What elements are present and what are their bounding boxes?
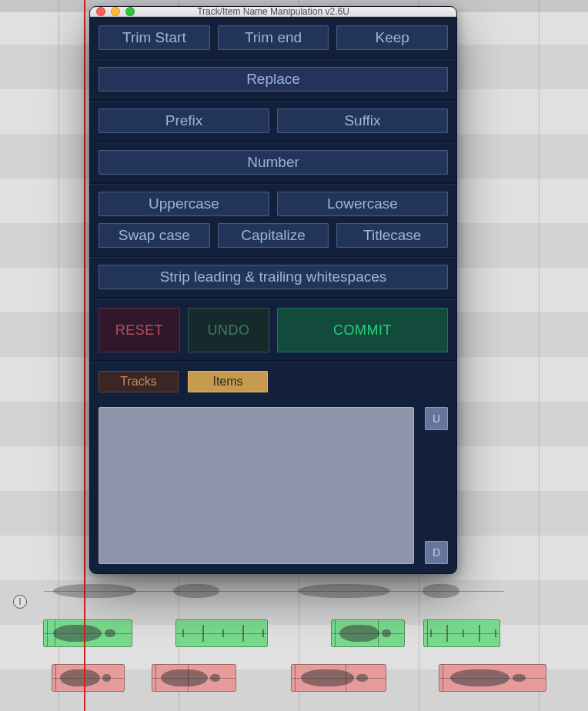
divider	[90, 182, 456, 184]
waveform-icon	[292, 665, 386, 691]
waveform-icon	[44, 578, 504, 604]
name-manipulation-window: Track/Item Name Manipulation v2.6U Trim …	[89, 6, 457, 574]
text-cursor-icon: I	[13, 595, 27, 609]
media-item[interactable]: 18-Kick-170822_1505-0	[175, 619, 268, 647]
move-up-button[interactable]: U	[425, 407, 448, 430]
replace-button[interactable]: Replace	[99, 67, 448, 92]
number-button[interactable]: Number	[99, 150, 448, 175]
uppercase-button[interactable]: Uppercase	[99, 192, 269, 216]
undo-button[interactable]: UNDO	[188, 308, 269, 352]
media-item[interactable]	[43, 577, 505, 605]
item-edge[interactable]	[47, 620, 48, 646]
playhead[interactable]	[84, 0, 85, 711]
lowercase-button[interactable]: Lowercase	[277, 192, 448, 216]
divider	[90, 360, 456, 362]
minimize-icon[interactable]	[111, 7, 120, 16]
capitalize-button[interactable]: Capitalize	[218, 223, 329, 248]
item-edge[interactable]	[155, 665, 156, 691]
item-edge[interactable]	[55, 665, 56, 691]
item-edge[interactable]	[346, 665, 346, 691]
names-list[interactable]	[99, 407, 414, 564]
item-edge[interactable]	[427, 620, 428, 646]
move-down-button[interactable]: D	[425, 541, 448, 564]
close-icon[interactable]	[96, 7, 105, 16]
swapcase-button[interactable]: Swap case	[99, 223, 210, 248]
prefix-button[interactable]: Prefix	[99, 108, 269, 133]
reset-button[interactable]: RESET	[99, 308, 180, 352]
media-item[interactable]: 18-Desktop mic-170	[331, 619, 405, 647]
item-edge[interactable]	[443, 665, 443, 691]
waveform-icon	[52, 665, 124, 691]
keep-button[interactable]: Keep	[336, 25, 448, 50]
item-edge[interactable]	[55, 620, 55, 646]
media-item[interactable]: 18-Desktop mic-170822_15	[439, 664, 546, 692]
media-item[interactable]: 18-Ahh-170822_1505-0	[43, 619, 132, 647]
item-edge[interactable]	[378, 620, 379, 646]
titlebar[interactable]: Track/Item Name Manipulation v2.6U	[90, 7, 456, 17]
media-item[interactable]: 18-Desktop mic-170822_	[291, 664, 386, 692]
tracks-toggle[interactable]: Tracks	[99, 371, 179, 392]
window-title: Track/Item Name Manipulation v2.6U	[90, 6, 456, 17]
suffix-button[interactable]: Suffix	[277, 108, 448, 133]
waveform-icon	[44, 620, 132, 646]
divider	[90, 99, 456, 101]
waveform-icon	[424, 620, 499, 646]
commit-button[interactable]: COMMIT	[277, 308, 448, 352]
divider	[90, 58, 456, 59]
titlecase-button[interactable]: Titlecase	[336, 223, 448, 248]
divider	[90, 297, 456, 299]
media-item[interactable]: 18-Ahh-170822_150	[52, 664, 125, 692]
grid-line	[539, 0, 540, 711]
divider	[90, 141, 456, 142]
strip-whitespace-button[interactable]: Strip leading & trailing whitespaces	[99, 265, 448, 289]
maximize-icon[interactable]	[125, 7, 135, 16]
waveform-icon	[332, 620, 404, 646]
divider	[90, 255, 456, 257]
item-edge[interactable]	[335, 620, 336, 646]
media-item[interactable]: 18-Desktop mic-1708	[152, 664, 236, 692]
waveform-icon	[152, 665, 236, 691]
trim-start-button[interactable]: Trim Start	[99, 25, 210, 50]
item-edge[interactable]	[188, 665, 189, 691]
waveform-icon	[439, 665, 546, 691]
media-item[interactable]: 18-Kick-170822_15	[423, 619, 500, 647]
items-toggle[interactable]: Items	[188, 371, 268, 392]
item-edge[interactable]	[295, 665, 296, 691]
waveform-icon	[176, 620, 267, 646]
trim-end-button[interactable]: Trim end	[218, 25, 329, 50]
